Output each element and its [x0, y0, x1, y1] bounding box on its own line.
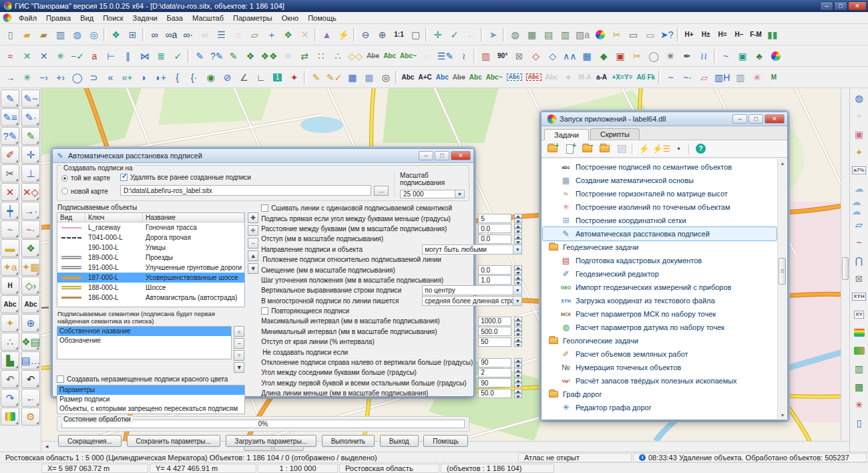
nodes-star-icon[interactable]: ✳ — [52, 47, 69, 65]
stairs-icon[interactable]: ▙ — [1, 351, 19, 369]
zoom-out-icon[interactable]: ⊖ — [357, 26, 374, 43]
task-build-labels-semantics[interactable]: abc Построение подписей по семантике объ… — [543, 160, 777, 174]
vscroll-thumb[interactable] — [842, 257, 849, 280]
open-from-server-icon[interactable]: ▰ — [35, 26, 52, 43]
parameters-item[interactable]: Размер подписи — [57, 395, 244, 404]
add-application-icon[interactable] — [545, 142, 560, 156]
object-list-icon[interactable]: ☰ — [213, 26, 230, 43]
bridge-arcs-icon[interactable]: ⋂ — [851, 253, 867, 268]
create-diamond-icon[interactable]: ✎ — [21, 127, 40, 145]
task-list-scrollbar[interactable]: ▲ ☰ ▼ — [777, 159, 787, 419]
height-plus-icon[interactable]: H+ — [681, 26, 698, 43]
help-button[interactable]: Помощь — [423, 435, 468, 447]
run-application-icon[interactable]: ⚡ — [335, 26, 352, 43]
circle-pen-icon[interactable]: ⊘ — [219, 69, 236, 86]
height-plusminus-icon[interactable]: H± — [698, 26, 714, 43]
close-button[interactable]: ✕ — [848, 1, 867, 11]
view-3d-icon[interactable]: ▲ — [318, 26, 335, 43]
maximize-button[interactable]: □ — [834, 1, 847, 11]
browse-button[interactable]: ... — [374, 186, 389, 196]
help-icon[interactable]: ? — [693, 142, 708, 156]
junction-edit-icon[interactable]: ⊥ — [21, 164, 40, 182]
objects-down-button[interactable]: ▼ — [248, 263, 258, 274]
parameters-item[interactable]: Объекты, с которыми запрещено пересекать… — [57, 404, 244, 414]
map-fragments-icon[interactable]: ▩ — [851, 379, 867, 394]
profile-line-icon[interactable]: ~ — [851, 234, 867, 250]
concentric-icon[interactable]: ◎ — [377, 69, 394, 86]
text-abc-2-icon[interactable]: Abc — [21, 295, 40, 313]
cut-yellow-icon[interactable]: ✂ — [629, 47, 646, 65]
task-cadastral-docs[interactable]: ▤ Подготовка кадастровых документов — [543, 254, 777, 267]
dialog-close-button[interactable]: ✕ — [451, 151, 471, 160]
area-overlap-icon[interactable]: ▣ — [851, 126, 867, 142]
menu-item[interactable]: Масштаб — [188, 13, 228, 23]
delete-segment-icon[interactable]: −› — [35, 69, 52, 86]
parameter-spinner[interactable] — [514, 265, 522, 275]
text-fk-icon[interactable]: Аб Fk — [634, 69, 657, 86]
angle-arc-icon[interactable]: ∠ — [236, 69, 252, 86]
create-hatch-icon[interactable]: ✎≡ — [1, 108, 19, 126]
parameter-value-field[interactable]: 0.0 — [478, 234, 511, 244]
Проезды[interactable]: 189-000-L Проезды — [57, 253, 244, 263]
copy-diamond-icon[interactable]: ◇› — [21, 277, 40, 295]
move-object-icon[interactable]: ✛ — [21, 146, 40, 164]
dialog-close-button[interactable]: ✕ — [765, 114, 785, 124]
task-math-basis[interactable]: ▦ Создание математической основы — [543, 174, 777, 187]
find-object-icon[interactable]: ∞ — [146, 26, 163, 43]
task-msk-params[interactable]: МСК Расчет параметров МСК по набору точе… — [543, 307, 777, 321]
semantics-item[interactable]: Собственное название — [57, 327, 231, 336]
split-object-icon[interactable]: ✳ — [19, 69, 35, 86]
scale-1-1-icon[interactable]: 1:1 — [391, 26, 407, 43]
tab-tasks[interactable]: Задачи — [544, 129, 589, 140]
percent-box-icon[interactable]: a7% — [851, 162, 867, 178]
dialog-restore-button[interactable]: □ — [748, 114, 763, 124]
delete-object-icon[interactable]: ✕ — [1, 183, 19, 201]
print-preview-icon[interactable]: ▭ — [642, 26, 658, 43]
hammer-diamond-icon[interactable]: ✦ — [286, 69, 302, 86]
settings-gear-icon[interactable]: ⚙ — [21, 408, 40, 426]
parameter-spinner[interactable] — [514, 378, 522, 387]
smooth-object-icon[interactable]: ◗ — [136, 69, 152, 86]
parameter-spinner[interactable] — [514, 224, 522, 233]
matrix-mm-icon[interactable]: ▦ — [344, 69, 361, 86]
semantics-remove-button[interactable]: − — [234, 338, 244, 349]
task-datum-params[interactable]: ◍ Расчет параметров датума по набору точ… — [543, 321, 777, 334]
abbreviations-button[interactable]: Сокращения... — [58, 435, 122, 447]
scroll-up-icon[interactable]: ▲ — [779, 159, 787, 167]
dialog-minimize-button[interactable]: – — [419, 151, 433, 160]
edit-polyline-icon[interactable]: ~ — [1, 220, 19, 239]
objects-move-icon[interactable]: ❖❖ — [258, 47, 279, 65]
rotate-object-icon[interactable]: ❖ — [21, 239, 40, 257]
Дорога прочая[interactable]: T041-000-L Дорога прочая — [57, 232, 244, 243]
radio-new-map[interactable]: новой карте — [61, 188, 120, 195]
task-contours-matrix[interactable]: ≈ Построение горизонталей по матрице выс… — [543, 187, 777, 200]
parameter-value-field[interactable]: 1000.0 — [478, 317, 511, 326]
label-map-path-field[interactable]: D:\data\Label\ru-ros_label.sitx — [120, 185, 371, 196]
scale-combobox[interactable]: 25 000▼ — [400, 190, 465, 198]
find-repeat-icon[interactable]: ∞ — [196, 26, 213, 43]
terrain-blocks-icon[interactable] — [851, 343, 867, 358]
tab-scripts[interactable]: Скрипты — [590, 128, 640, 140]
text-abc-nodes-icon[interactable]: Abc — [434, 69, 451, 86]
select-area-icon[interactable]: ◌ — [230, 26, 246, 43]
dialog-titlebar[interactable]: Запуск приложений - label64.dll – □ ✕ — [541, 112, 787, 126]
text-abc-tilde-icon[interactable]: Abc~ — [484, 69, 505, 86]
run-task-icon[interactable]: ⚡ — [636, 142, 652, 156]
red-labels-checkbox[interactable]: Создавать неразмещенные подписи красного… — [57, 375, 245, 383]
menu-item[interactable]: База — [162, 13, 188, 23]
text-abc-dash-red-icon[interactable]: Abc — [524, 69, 544, 86]
zoom-object-icon[interactable]: ⊕ — [21, 314, 40, 332]
ruler-icon[interactable]: ▬ — [1, 239, 19, 257]
web-icon[interactable]: ✳ — [662, 47, 679, 65]
color-palette-icon[interactable] — [592, 26, 608, 43]
task-coordinate-grid[interactable]: ⊞ Построение координатной сетки — [543, 214, 777, 227]
new-document-icon[interactable]: ▯ — [2, 26, 19, 43]
save-list-icon[interactable] — [614, 142, 630, 156]
text-abc-dash-icon[interactable]: Abc — [505, 69, 524, 86]
print-icon[interactable]: ▭ — [625, 26, 642, 43]
spline-arrow-icon[interactable]: ~ — [662, 69, 679, 86]
edit-list-icon[interactable]: ☰✎ — [435, 47, 455, 65]
semantics-down-button[interactable]: ▼ — [234, 350, 244, 361]
find-advanced-icon[interactable]: ∞· — [180, 26, 196, 43]
map-vertical-scrollbar[interactable] — [841, 88, 849, 441]
